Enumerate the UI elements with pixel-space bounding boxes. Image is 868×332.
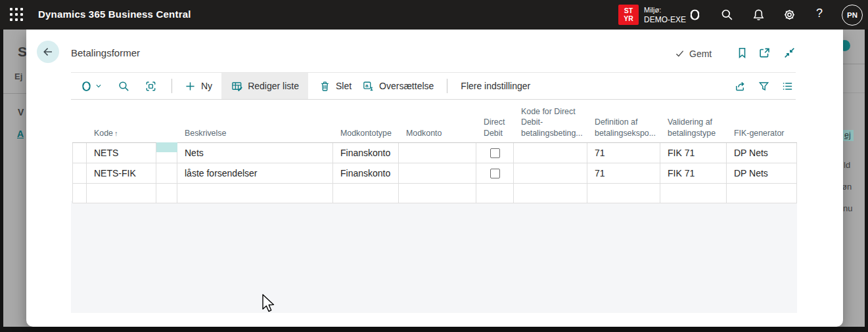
collapse-page-icon[interactable]: [783, 46, 796, 60]
cell-fik_generator[interactable]: [727, 184, 797, 203]
more-options-button[interactable]: Flere indstillinger: [461, 81, 530, 91]
narrow-cell[interactable]: [156, 184, 177, 203]
filter-button[interactable]: [758, 80, 770, 93]
view-list-icon: [781, 80, 794, 93]
copilot-icon: [80, 80, 93, 93]
environment-badge-line2: YR: [624, 15, 633, 23]
background-text-fragment: ej: [842, 130, 854, 141]
cell-direct_debit[interactable]: [476, 184, 514, 203]
share-icon: [734, 80, 746, 93]
share-button[interactable]: [734, 80, 746, 93]
background-text-fragment: Ej: [14, 72, 22, 81]
cell-modkontotype[interactable]: Finanskonto: [333, 143, 399, 163]
environment-info[interactable]: Miljø: DEMO-EXE: [644, 5, 686, 24]
delete-button[interactable]: Slet: [319, 80, 352, 93]
table-header-row: Kode↑BeskrivelseModkontotypeModkontoDire…: [72, 105, 797, 142]
cell-betalingseksport[interactable]: 71: [587, 163, 660, 183]
view-options-button[interactable]: [781, 80, 794, 93]
focused-cell-indicator: [156, 142, 177, 152]
delete-button-label: Slet: [336, 81, 352, 91]
cell-betalingstype[interactable]: [660, 184, 727, 203]
background-text-fragment: S: [18, 44, 27, 60]
row-selector-cell[interactable]: [72, 143, 87, 163]
search-icon[interactable]: [720, 8, 734, 22]
narrow-cell[interactable]: [156, 163, 177, 183]
new-button[interactable]: Ny: [184, 80, 212, 93]
cell-betalingstype[interactable]: FIK 71: [660, 143, 727, 163]
background-text-fragment: øn: [842, 182, 852, 192]
column-header-betalingstype[interactable]: Validering af betalingstype: [660, 117, 727, 142]
toolbar-divider: [447, 79, 447, 93]
cell-kode[interactable]: NETS: [87, 143, 156, 163]
payment-methods-table: NETSNetsFinanskonto71FIK 71DP NetsNETS-F…: [72, 142, 797, 203]
topbar: Dynamics 365 Business Central ST YR Milj…: [0, 0, 868, 30]
sort-ascending-icon: ↑: [114, 129, 118, 137]
app-title[interactable]: Dynamics 365 Business Central: [38, 9, 191, 20]
more-options-label: Flere indstillinger: [461, 81, 530, 91]
direct-debit-checkbox[interactable]: [490, 148, 500, 158]
direct-debit-checkbox[interactable]: [490, 169, 500, 178]
row-selector-cell[interactable]: [72, 184, 87, 203]
back-arrow-icon: [41, 45, 55, 58]
cell-betalingseksport[interactable]: 71: [587, 143, 660, 163]
analyze-icon: [145, 80, 157, 93]
cell-betalingstype[interactable]: FIK 71: [660, 163, 727, 183]
row-selector-cell[interactable]: [72, 163, 87, 183]
translate-icon: [362, 80, 375, 93]
column-header-betalingseksport[interactable]: Definition af betalingsekspo...: [587, 117, 660, 142]
open-in-new-window-icon[interactable]: [758, 46, 771, 60]
column-header-direct_debit[interactable]: Direct Debit: [476, 117, 514, 142]
cell-modkontotype[interactable]: Finanskonto: [333, 163, 399, 183]
edit-list-button-label: Rediger liste: [248, 81, 299, 91]
column-header-modkontotype[interactable]: Modkontotype: [333, 128, 399, 142]
save-status-label: Gemt: [689, 49, 712, 59]
cell-modkonto[interactable]: [399, 184, 476, 203]
background-text-fragment: ld: [844, 160, 850, 170]
column-header-beskrivelse[interactable]: Beskrivelse: [177, 128, 333, 142]
cell-fik_generator[interactable]: DP Nets: [727, 143, 797, 163]
help-icon[interactable]: ?: [816, 7, 823, 20]
column-header-modkonto[interactable]: Modkonto: [399, 128, 476, 142]
environment-badge-line1: ST: [624, 7, 633, 15]
copilot-icon[interactable]: [688, 8, 702, 22]
cell-dd_betalingsbetingelse[interactable]: [514, 163, 587, 183]
column-header-dd_betalingsbetingelse[interactable]: Kode for Direct Debit-betalingsbeting...: [514, 106, 587, 142]
search-icon: [118, 80, 130, 93]
edit-list-icon: [231, 80, 243, 93]
cell-direct_debit[interactable]: [476, 163, 514, 183]
column-header-kode[interactable]: Kode↑: [87, 128, 156, 142]
user-avatar[interactable]: PN: [842, 5, 863, 26]
settings-gear-icon[interactable]: [783, 8, 796, 22]
cell-betalingseksport[interactable]: [587, 184, 660, 203]
check-icon: [674, 48, 685, 59]
cell-beskrivelse[interactable]: låste forsendelser: [177, 163, 333, 183]
background-text-fragment: A: [17, 129, 24, 139]
cell-modkonto[interactable]: [399, 143, 476, 163]
new-button-label: Ny: [201, 81, 212, 91]
page-title: Betalingsformer: [71, 47, 140, 58]
cell-kode[interactable]: [87, 184, 156, 203]
cell-beskrivelse[interactable]: Nets: [177, 143, 333, 163]
cell-direct_debit[interactable]: [476, 143, 514, 163]
back-button[interactable]: [37, 41, 59, 63]
search-list-button[interactable]: [118, 80, 130, 93]
notifications-bell-icon[interactable]: [752, 8, 765, 22]
cell-fik_generator[interactable]: DP Nets: [727, 163, 797, 183]
cell-beskrivelse[interactable]: [177, 184, 333, 203]
edit-list-button[interactable]: Rediger liste: [221, 73, 308, 99]
column-header-fik_generator[interactable]: FIK-generator: [727, 128, 797, 142]
cell-kode[interactable]: NETS-FIK: [87, 163, 156, 183]
action-bar: Ny Rediger liste Slet Oversættelse Flere…: [71, 72, 796, 100]
cell-modkontotype[interactable]: [333, 184, 399, 203]
translate-button[interactable]: Oversættelse: [362, 80, 434, 93]
cell-modkonto[interactable]: [399, 163, 476, 183]
environment-badge[interactable]: ST YR: [618, 5, 639, 25]
copilot-menu-button[interactable]: [80, 80, 103, 93]
app-launcher-icon[interactable]: [10, 8, 23, 21]
environment-label: Miljø:: [644, 5, 686, 14]
analyze-button[interactable]: [145, 80, 157, 93]
bookmark-icon[interactable]: [735, 46, 749, 60]
trash-icon: [319, 80, 331, 93]
cell-dd_betalingsbetingelse[interactable]: [514, 143, 587, 163]
cell-dd_betalingsbetingelse[interactable]: [514, 184, 587, 203]
